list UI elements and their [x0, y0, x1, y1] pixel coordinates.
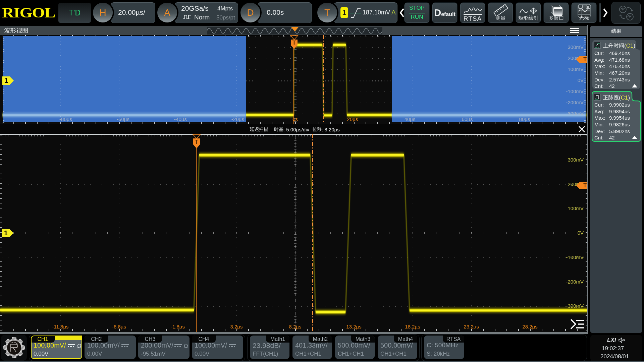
svg-text:T: T	[292, 40, 296, 46]
svg-text:B: B	[587, 5, 589, 8]
svg-text:A: A	[580, 5, 582, 8]
svg-text:T: T	[195, 139, 199, 145]
